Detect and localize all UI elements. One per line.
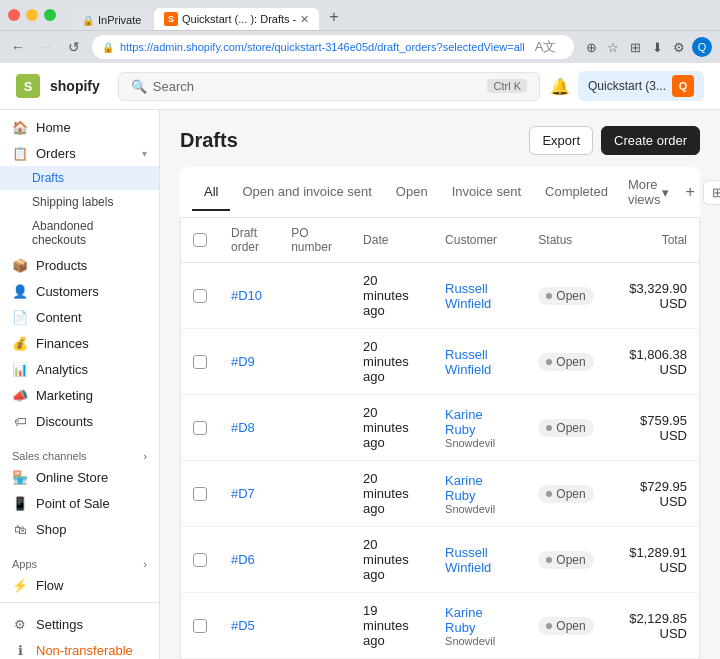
draft-link-d10[interactable]: #D10 xyxy=(231,288,262,303)
downloads-btn[interactable]: ⬇ xyxy=(648,38,666,56)
row-customer-d5: Karine Ruby Snowdevil xyxy=(433,593,526,659)
row-date-d10: 20 minutes ago xyxy=(351,263,433,329)
search-shortcut: Ctrl K xyxy=(487,79,527,93)
filter-button[interactable]: ⊞ xyxy=(703,180,720,205)
sidebar-item-discounts[interactable]: 🏷 Discounts xyxy=(0,408,159,434)
tab-close-btn[interactable]: ✕ xyxy=(300,13,309,26)
row-customer-d10: Russell Winfield xyxy=(433,263,526,329)
sidebar-item-flow[interactable]: ⚡ Flow xyxy=(0,572,159,598)
sidebar-finances-label: Finances xyxy=(36,336,147,351)
sidebar-item-nontransferable[interactable]: ℹ Non-transferable xyxy=(0,637,159,659)
notification-bell-icon[interactable]: 🔔 xyxy=(550,77,570,96)
table-row: #D10 20 minutes ago Russell Winfield Ope… xyxy=(181,263,699,329)
browser-tab-shopify[interactable]: S Quickstart (... ): Drafts - ✕ xyxy=(154,8,319,30)
sidebar-item-orders[interactable]: 📋 Orders ▾ xyxy=(0,140,159,166)
draft-link-d6[interactable]: #D6 xyxy=(231,552,255,567)
table-row: #D6 20 minutes ago Russell Winfield Open… xyxy=(181,527,699,593)
row-po-d7 xyxy=(279,461,351,527)
sidebar-item-content[interactable]: 📄 Content xyxy=(0,304,159,330)
tab-more-views[interactable]: More views ▾ xyxy=(620,167,678,217)
apps-expand-icon[interactable]: › xyxy=(143,558,147,570)
search-bar[interactable]: 🔍 Search Ctrl K xyxy=(118,72,540,101)
address-url: https://admin.shopify.com/store/quicksta… xyxy=(120,41,525,53)
sidebar-item-shipping-labels[interactable]: Shipping labels xyxy=(0,190,159,214)
row-select-checkbox[interactable] xyxy=(193,355,207,369)
customer-name[interactable]: Russell Winfield xyxy=(445,545,514,575)
draft-link-d5[interactable]: #D5 xyxy=(231,618,255,633)
browser-addressbar: ← → ↺ 🔒 https://admin.shopify.com/store/… xyxy=(0,30,720,63)
draft-link-d9[interactable]: #D9 xyxy=(231,354,255,369)
tab-open[interactable]: Open xyxy=(384,174,440,211)
row-select-checkbox[interactable] xyxy=(193,289,207,303)
row-select-checkbox[interactable] xyxy=(193,619,207,633)
sidebar-item-analytics[interactable]: 📊 Analytics xyxy=(0,356,159,382)
browser-close-btn[interactable] xyxy=(8,9,20,21)
browser-maximize-btn[interactable] xyxy=(44,9,56,21)
shopify-brand-name[interactable]: shopify xyxy=(50,78,100,94)
row-select-checkbox[interactable] xyxy=(193,487,207,501)
row-date-d5: 19 minutes ago xyxy=(351,593,433,659)
sidebar-customers-label: Customers xyxy=(36,284,147,299)
browser-minimize-btn[interactable] xyxy=(26,9,38,21)
status-badge: Open xyxy=(538,419,593,437)
sidebar-item-online-store[interactable]: 🏪 Online Store xyxy=(0,464,159,490)
customer-name[interactable]: Karine Ruby xyxy=(445,473,514,503)
row-total-d8: $759.95 USD xyxy=(610,395,699,461)
products-icon: 📦 xyxy=(12,257,28,273)
sidebar-item-pos[interactable]: 📱 Point of Sale xyxy=(0,490,159,516)
sidebar-item-abandoned-checkouts[interactable]: Abandoned checkouts xyxy=(0,214,159,252)
select-all-checkbox[interactable] xyxy=(193,233,207,247)
tab-completed[interactable]: Completed xyxy=(533,174,620,211)
sidebar-item-customers[interactable]: 👤 Customers xyxy=(0,278,159,304)
draft-link-d7[interactable]: #D7 xyxy=(231,486,255,501)
drafts-table: Draft order PO number Date Customer Stat… xyxy=(181,218,699,659)
customer-name[interactable]: Russell Winfield xyxy=(445,347,514,377)
collections-btn[interactable]: ⊞ xyxy=(626,38,644,56)
favorites-btn[interactable]: ☆ xyxy=(604,38,622,56)
status-dot-icon xyxy=(546,293,552,299)
sidebar-item-finances[interactable]: 💰 Finances xyxy=(0,330,159,356)
tab-all[interactable]: All xyxy=(192,174,230,211)
sidebar-item-settings[interactable]: ⚙ Settings xyxy=(0,611,159,637)
settings-gear-icon[interactable]: ⚙ xyxy=(670,38,688,56)
export-button[interactable]: Export xyxy=(529,126,593,155)
address-bar[interactable]: 🔒 https://admin.shopify.com/store/quicks… xyxy=(92,35,574,59)
customer-name[interactable]: Karine Ruby xyxy=(445,605,514,635)
inprivate-label: InPrivate xyxy=(98,14,142,26)
reload-btn[interactable]: ↺ xyxy=(64,37,84,57)
back-btn[interactable]: ← xyxy=(8,37,28,57)
create-order-button[interactable]: Create order xyxy=(601,126,700,155)
browser-tab-inprivate[interactable]: 🔒 InPrivate xyxy=(72,10,152,30)
sidebar-settings-label: Settings xyxy=(36,617,147,632)
row-select-checkbox[interactable] xyxy=(193,553,207,567)
customer-name[interactable]: Karine Ruby xyxy=(445,407,514,437)
customer-name[interactable]: Russell Winfield xyxy=(445,281,514,311)
header-status: Status xyxy=(526,218,610,263)
tab-open-invoice[interactable]: Open and invoice sent xyxy=(230,174,383,211)
add-tab-button[interactable]: + xyxy=(677,175,702,209)
sales-channels-expand-icon[interactable]: › xyxy=(143,450,147,462)
profile-menu-btn[interactable]: Quickstart (3... Q xyxy=(578,71,704,101)
extensions-btn[interactable]: ⊕ xyxy=(582,38,600,56)
sidebar-content-label: Content xyxy=(36,310,147,325)
draft-link-d8[interactable]: #D8 xyxy=(231,420,255,435)
forward-btn[interactable]: → xyxy=(36,37,56,57)
sidebar-item-marketing[interactable]: 📣 Marketing xyxy=(0,382,159,408)
row-status-d8: Open xyxy=(526,395,610,461)
tab-invoice-sent[interactable]: Invoice sent xyxy=(440,174,533,211)
row-po-d8 xyxy=(279,395,351,461)
sidebar-sales-channels: Sales channels › 🏪 Online Store 📱 Point … xyxy=(0,438,159,546)
profile-avatar[interactable]: Q xyxy=(692,37,712,57)
row-select-checkbox[interactable] xyxy=(193,421,207,435)
sidebar-item-shop[interactable]: 🛍 Shop xyxy=(0,516,159,542)
status-dot-icon xyxy=(546,557,552,563)
sidebar-item-drafts[interactable]: Drafts xyxy=(0,166,159,190)
row-draft-d5: #D5 xyxy=(219,593,279,659)
new-tab-btn[interactable]: + xyxy=(321,4,346,30)
sidebar-item-home[interactable]: 🏠 Home xyxy=(0,114,159,140)
sidebar-flow-label: Flow xyxy=(36,578,147,593)
shopify-logo-icon[interactable]: S xyxy=(16,74,40,98)
sidebar-item-products[interactable]: 📦 Products xyxy=(0,252,159,278)
customer-secondary: Snowdevil xyxy=(445,437,514,449)
row-total-d7: $729.95 USD xyxy=(610,461,699,527)
